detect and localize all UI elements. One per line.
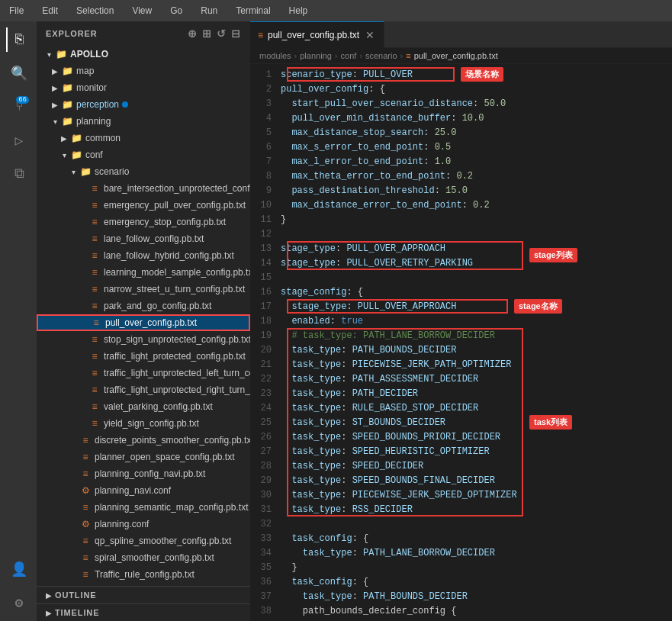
file-park-and-go[interactable]: ▶ ≡ park_and_go_config.pb.txt xyxy=(37,298,250,314)
tree-root-apollo[interactable]: ▾ 📁 APOLLO xyxy=(37,46,250,63)
breadcrumb-sep2: › xyxy=(335,51,338,60)
line-number: 5 xyxy=(250,127,281,138)
file-planning-semantic[interactable]: ▶ ≡ planning_semantic_map_config.pb.txt xyxy=(37,499,250,516)
file-traffic-protected[interactable]: ▶ ≡ traffic_light_protected_config.pb.tx… xyxy=(37,348,250,365)
search-icon[interactable]: 🔍 xyxy=(6,61,31,85)
line-content: task_type: RULE_BASED_STOP_DECIDER xyxy=(281,403,657,413)
timeline-section: ▶ TIMELINE xyxy=(37,603,250,621)
tree-label: pull_over_config.pb.txt xyxy=(105,317,197,328)
file-planner-open-space[interactable]: ▶ ≡ planner_open_space_config.pb.txt xyxy=(37,449,250,465)
menu-file[interactable]: File xyxy=(6,4,27,18)
settings-icon[interactable]: ⚙ xyxy=(6,590,31,615)
file-spiral-smoother[interactable]: ▶ ≡ spiral_smoother_config.pb.txt xyxy=(37,549,250,566)
line-number: 31 xyxy=(250,504,281,515)
sidebar-item-conf[interactable]: ▾ 📁 conf xyxy=(37,146,250,163)
file-planning-config-navi[interactable]: ▶ ≡ planning_config_navi.pb.txt xyxy=(37,465,250,482)
menu-go[interactable]: Go xyxy=(167,4,185,18)
line-content: } xyxy=(281,214,657,225)
line-number: 26 xyxy=(250,432,281,442)
code-line-7: 7 max_l_error_to_end_point: 1.0 xyxy=(250,154,672,169)
right-arrow: ▶ xyxy=(49,82,61,94)
breadcrumb-file[interactable]: pull_over_config.pb.txt xyxy=(414,51,498,60)
outline-header[interactable]: ▶ OUTLINE xyxy=(37,587,250,603)
file-valet-parking[interactable]: ▶ ≡ valet_parking_config.pb.txt xyxy=(37,398,250,415)
code-editor[interactable]: 1scenario_type: PULL_OVER2pull_over_conf… xyxy=(250,64,672,621)
timeline-header[interactable]: ▶ TIMELINE xyxy=(37,604,250,621)
tree-label: traffic_light_unprotected_right_turn_co.… xyxy=(104,385,250,395)
file-planning-conf[interactable]: ▶ ⚙ planning.conf xyxy=(37,516,250,533)
explorer-icon[interactable]: ⎘ xyxy=(6,27,31,52)
file-stop-sign[interactable]: ▶ ≡ stop_sign_unprotected_config.pb.txt xyxy=(37,331,250,348)
menu-help[interactable]: Help xyxy=(286,4,311,18)
tree-label: spiral_smoother_config.pb.txt xyxy=(95,552,214,563)
file-learning-model[interactable]: ▶ ≡ learning_model_sample_config.pb.txt xyxy=(37,264,250,281)
right-arrow: ▶ xyxy=(49,65,61,77)
code-line-13: 13stage_type: PULL_OVER_APPROACH xyxy=(250,241,672,256)
file-traffic-right[interactable]: ▶ ≡ traffic_light_unprotected_right_turn… xyxy=(37,381,250,398)
new-file-icon[interactable]: ⊕ xyxy=(188,27,198,40)
sidebar-item-common[interactable]: ▶ 📁 common xyxy=(37,130,250,146)
file-traffic-left[interactable]: ▶ ≡ traffic_light_unprotected_left_turn_… xyxy=(37,365,250,381)
file-icon: ≡ xyxy=(88,249,101,262)
sidebar-item-map[interactable]: ▶ 📁 map xyxy=(37,63,250,79)
line-number: 27 xyxy=(250,446,281,457)
line-number: 7 xyxy=(250,156,281,167)
file-planning-navi-conf[interactable]: ▶ ⚙ planning_navi.conf xyxy=(37,482,250,499)
code-line-30: 30 task_type: PIECEWISE_JERK_SPEED_OPTIM… xyxy=(250,487,672,502)
file-lane-follow[interactable]: ▶ ≡ lane_follow_config.pb.txt xyxy=(37,230,250,247)
menu-selection[interactable]: Selection xyxy=(73,4,117,18)
file-yield-sign[interactable]: ▶ ≡ yield_sign_config.pb.txt xyxy=(37,415,250,432)
debug-icon[interactable]: ▷ xyxy=(6,128,31,153)
file-traffic-rule[interactable]: ▶ ≡ Traffic_rule_config.pb.txt xyxy=(37,566,250,583)
breadcrumb-scenario[interactable]: scenario xyxy=(365,51,397,60)
menu-view[interactable]: View xyxy=(129,4,155,18)
tab-close-button[interactable]: ✕ xyxy=(364,29,376,41)
extensions-icon[interactable]: ⧉ xyxy=(6,162,31,186)
tree-label: traffic_light_protected_config.pb.txt xyxy=(104,351,246,362)
breadcrumb-modules[interactable]: modules xyxy=(259,51,291,60)
breadcrumb-planning[interactable]: planning xyxy=(300,51,332,60)
source-control-icon[interactable]: ⑂ 66 xyxy=(6,95,31,119)
code-line-38: 38 path_bounds_decider_config { xyxy=(250,603,672,618)
menu-terminal[interactable]: Terminal xyxy=(233,4,273,18)
code-line-6: 6 max_s_error_to_end_point: 0.5 xyxy=(250,140,672,154)
folder-icon: 📁 xyxy=(61,115,73,127)
file-qp-spline[interactable]: ▶ ≡ qp_spline_smoother_config.pb.txt xyxy=(37,533,250,549)
account-icon[interactable]: 👤 xyxy=(6,557,31,581)
file-lane-follow-hybrid[interactable]: ▶ ≡ lane_follow_hybrid_config.pb.txt xyxy=(37,247,250,264)
main-area: ⎘ 🔍 ⑂ 66 ▷ ⧉ 👤 ⚙ EXPLORER ⊕ ⊞ ↺ ⊟ ▾ xyxy=(0,21,672,621)
sidebar-item-perception[interactable]: ▶ 📁 perception xyxy=(37,96,250,113)
file-emergency-pull-over[interactable]: ▶ ≡ emergency_pull_over_config.pb.txt xyxy=(37,197,250,214)
code-line-16: 16stage_config: { xyxy=(250,285,672,299)
file-icon: ≡ xyxy=(88,384,101,396)
refresh-icon[interactable]: ↺ xyxy=(217,27,227,40)
breadcrumb-conf[interactable]: conf xyxy=(341,51,357,60)
line-content: task_type: SPEED_HEURISTIC_OPTIMIZER xyxy=(281,446,657,457)
file-pull-over-active[interactable]: ▶ ≡ pull_over_config.pb.txt xyxy=(37,314,250,331)
menu-run[interactable]: Run xyxy=(198,4,220,18)
code-line-3: 3 start_pull_over_scenario_distance: 50.… xyxy=(250,96,672,111)
file-narrow-street[interactable]: ▶ ≡ narrow_street_u_turn_config.pb.txt xyxy=(37,281,250,298)
line-number: 16 xyxy=(250,287,281,298)
new-folder-icon[interactable]: ⊞ xyxy=(202,27,212,40)
tree-label: planning_config_navi.pb.txt xyxy=(95,468,205,479)
sidebar-item-planning[interactable]: ▾ 📁 planning xyxy=(37,113,250,130)
file-emergency-stop[interactable]: ▶ ≡ emergency_stop_config.pb.txt xyxy=(37,214,250,230)
line-content: stage_type: PULL_OVER_APPROACH xyxy=(281,301,657,312)
tree-label: planning_navi.conf xyxy=(95,485,171,496)
sidebar-item-monitor[interactable]: ▶ 📁 monitor xyxy=(37,79,250,96)
collapse-icon[interactable]: ⊟ xyxy=(231,27,241,40)
tree-label: lane_follow_config.pb.txt xyxy=(104,233,204,244)
line-content: task_type: PATH_BOUNDS_DECIDER xyxy=(281,591,657,602)
line-content: task_type: SPEED_BOUNDS_PRIORI_DECIDER xyxy=(281,432,657,442)
folder-icon: 📁 xyxy=(61,98,73,111)
menu-edit[interactable]: Edit xyxy=(39,4,61,18)
file-bare-intersection[interactable]: ▶ ≡ bare_intersection_unprotected_config… xyxy=(37,180,250,197)
code-line-27: 27 task_type: SPEED_HEURISTIC_OPTIMIZER xyxy=(250,444,672,459)
line-number: 1 xyxy=(250,69,281,80)
file-discrete-points[interactable]: ▶ ≡ discrete_points_smoother_config.pb.t… xyxy=(37,432,250,449)
folder-icon: 📁 xyxy=(70,132,82,144)
tab-pull-over[interactable]: ≡ pull_over_config.pb.txt ✕ xyxy=(250,21,384,48)
tab-label: pull_over_config.pb.txt xyxy=(268,30,359,40)
sidebar-item-scenario[interactable]: ▾ 📁 scenario xyxy=(37,163,250,180)
